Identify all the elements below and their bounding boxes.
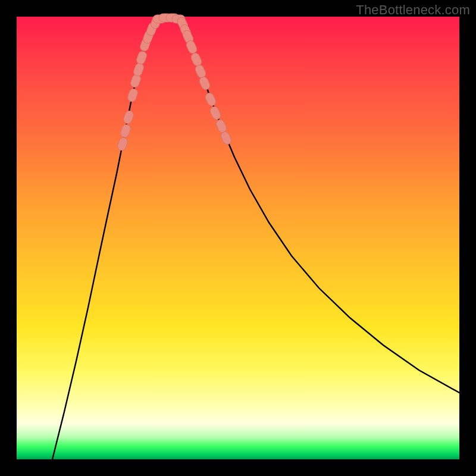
data-marker	[204, 92, 217, 107]
data-marker	[123, 109, 135, 124]
plot-area	[17, 17, 459, 459]
bottleneck-curve	[52, 18, 459, 459]
data-marker	[198, 76, 211, 91]
curve-lines	[52, 18, 459, 459]
data-marker	[127, 87, 139, 102]
data-marker	[209, 105, 222, 121]
curve-markers	[117, 14, 233, 152]
watermark-text: TheBottleneck.com	[356, 2, 470, 18]
data-marker	[120, 123, 132, 138]
data-marker	[190, 52, 203, 67]
data-marker	[117, 136, 129, 151]
chart-svg	[17, 17, 459, 459]
data-marker	[136, 50, 148, 65]
data-marker	[194, 64, 207, 79]
chart-frame: TheBottleneck.com	[0, 0, 476, 476]
